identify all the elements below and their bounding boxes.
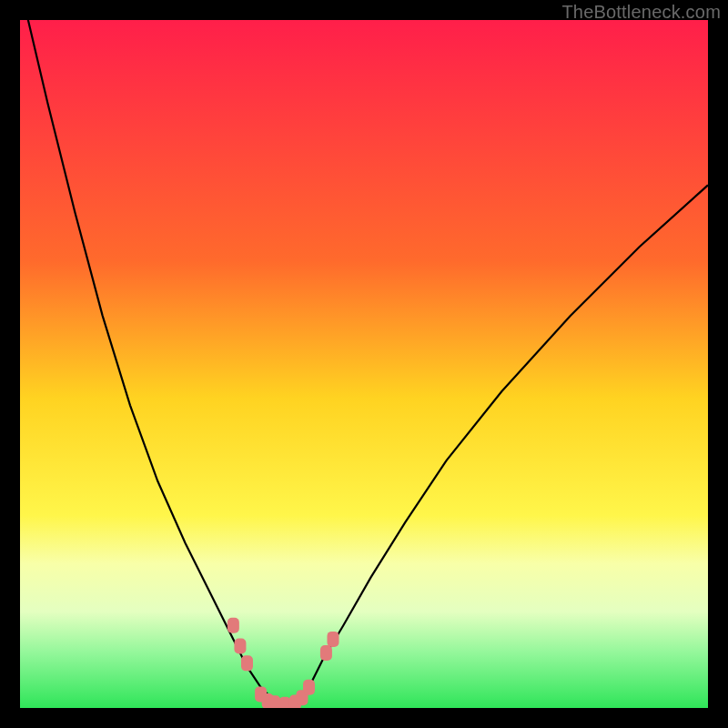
gradient-background [20, 20, 708, 708]
chart-frame: TheBottleneck.com [0, 0, 728, 728]
plot-area [20, 20, 708, 708]
plot-svg [20, 20, 708, 708]
curve-marker [241, 655, 253, 671]
curve-marker [320, 645, 332, 661]
curve-marker [279, 697, 291, 708]
curve-marker [268, 695, 280, 708]
curve-marker [303, 680, 315, 695]
curve-marker [228, 618, 239, 633]
curve-marker [327, 632, 339, 647]
curve-marker [234, 638, 246, 653]
